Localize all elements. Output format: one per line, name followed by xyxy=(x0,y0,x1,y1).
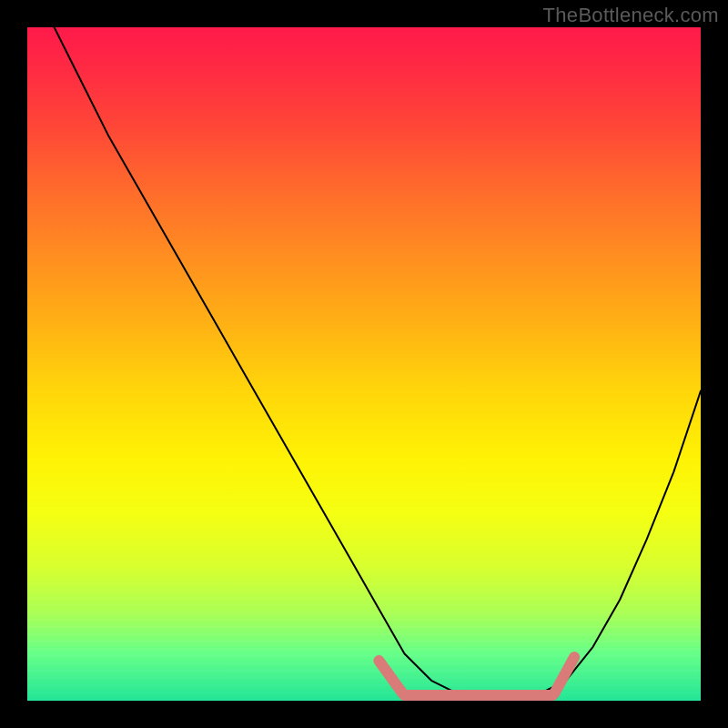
plot-area xyxy=(27,27,701,701)
curve-overlay xyxy=(27,27,701,701)
watermark-text: TheBottleneck.com xyxy=(543,4,719,27)
optimum-left-nub xyxy=(379,661,402,693)
bottleneck-curve xyxy=(55,27,701,701)
chart-frame: TheBottleneck.com xyxy=(0,0,728,728)
